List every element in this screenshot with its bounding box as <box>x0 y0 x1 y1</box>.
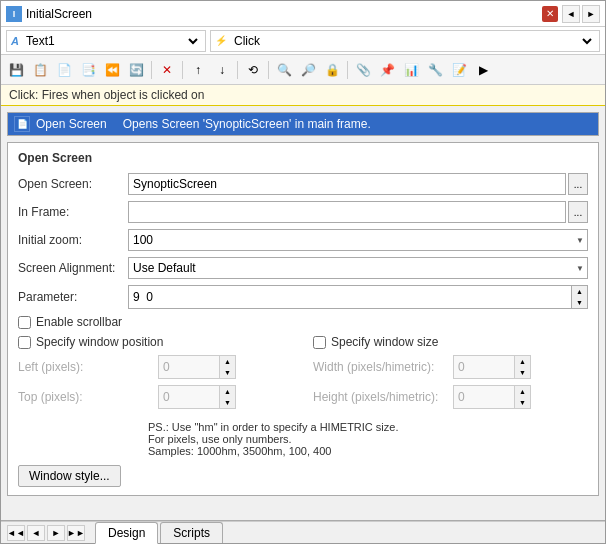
specify-window-pos-row: Specify window position <box>18 335 293 349</box>
two-col-checkboxes: Specify window position Left (pixels): ▲… <box>18 335 588 415</box>
tb-chart-btn[interactable]: 📊 <box>400 59 422 81</box>
height-row: Height (pixels/himetric): ▲ ▼ <box>313 385 588 409</box>
tb-pin-btn[interactable]: 📌 <box>376 59 398 81</box>
nav-right-button[interactable]: ► <box>582 5 600 23</box>
prev-btn[interactable]: ◄ <box>27 525 45 541</box>
last-btn[interactable]: ►► <box>67 525 85 541</box>
dropdowns-row: A Text1 ⚡ Click <box>1 27 605 55</box>
action-item-description: Opens Screen 'SynopticScreen' in main fr… <box>123 117 371 131</box>
tb-copy-btn[interactable]: 📋 <box>29 59 51 81</box>
first-btn[interactable]: ◄◄ <box>7 525 25 541</box>
screen-alignment-select-wrapper: Use Default Top Left Top Center Center <box>128 257 588 279</box>
next-btn[interactable]: ► <box>47 525 65 541</box>
left-pixels-input <box>159 356 219 378</box>
nav-left-button[interactable]: ◄ <box>562 5 580 23</box>
specify-window-pos-label: Specify window position <box>36 335 163 349</box>
tb-link-btn[interactable]: 📎 <box>352 59 374 81</box>
left-pixels-spin: ▲ ▼ <box>219 356 235 378</box>
in-frame-browse-btn[interactable]: ... <box>568 201 588 223</box>
toolbar-separator-5 <box>347 61 348 79</box>
top-pixels-label: Top (pixels): <box>18 390 158 404</box>
tb-down-btn[interactable]: ↓ <box>211 59 233 81</box>
in-frame-label: In Frame: <box>18 205 128 219</box>
tb-edit-btn[interactable]: 📝 <box>448 59 470 81</box>
width-label: Width (pixels/himetric): <box>313 360 453 374</box>
object-icon: A <box>11 35 19 47</box>
enable-scrollbar-checkbox[interactable] <box>18 316 31 329</box>
toolbar-separator-4 <box>268 61 269 79</box>
screen-alignment-label: Screen Alignment: <box>18 261 128 275</box>
enable-scrollbar-row: Enable scrollbar <box>18 315 588 329</box>
initial-zoom-row: Initial zoom: 100 75 50 150 200 <box>18 229 588 251</box>
in-frame-row: In Frame: ... <box>18 201 588 223</box>
status-bar: Click: Fires when object is clicked on <box>1 85 605 106</box>
toolbar: 💾 📋 📄 📑 ⏪ 🔄 ✕ ↑ ↓ ⟲ 🔍 🔎 🔒 📎 📌 📊 🔧 📝 ▶ <box>1 55 605 85</box>
parameter-spin: ▲ ▼ <box>571 286 587 308</box>
width-spin: ▲ ▼ <box>514 356 530 378</box>
top-pixels-down: ▼ <box>220 397 235 408</box>
top-pixels-input <box>159 386 219 408</box>
tb-back-btn[interactable]: ⏪ <box>101 59 123 81</box>
open-screen-input[interactable] <box>128 173 566 195</box>
height-down: ▼ <box>515 397 530 408</box>
main-content: 📄 Open Screen Opens Screen 'SynopticScre… <box>1 106 605 520</box>
tb-up-btn[interactable]: ↑ <box>187 59 209 81</box>
tab-scripts[interactable]: Scripts <box>160 522 223 543</box>
screen-alignment-select[interactable]: Use Default Top Left Top Center Center <box>128 257 588 279</box>
parameter-spin-up[interactable]: ▲ <box>572 286 587 297</box>
tb-zoom-btn[interactable]: 🔎 <box>297 59 319 81</box>
left-pixels-down: ▼ <box>220 367 235 378</box>
main-window: I InitialScreen ✕ ◄ ► A Text1 ⚡ Click 💾 … <box>0 0 606 544</box>
window-style-area: Window style... <box>18 465 588 487</box>
top-pixels-spin: ▲ ▼ <box>219 386 235 408</box>
initial-zoom-label: Initial zoom: <box>18 233 128 247</box>
width-input <box>454 356 514 378</box>
toolbar-separator-3 <box>237 61 238 79</box>
parameter-input[interactable] <box>129 286 571 308</box>
open-screen-control: ... <box>128 173 588 195</box>
initial-zoom-select[interactable]: 100 75 50 150 200 <box>128 229 588 251</box>
object-dropdown[interactable]: Text1 <box>22 33 201 49</box>
in-frame-input[interactable] <box>128 201 566 223</box>
tb-delete-btn[interactable]: ✕ <box>156 59 178 81</box>
event-dropdown[interactable]: Click <box>230 33 595 49</box>
specify-window-size-row: Specify window size <box>313 335 588 349</box>
top-pixels-wrap: ▲ ▼ <box>158 385 236 409</box>
left-pixels-row: Left (pixels): ▲ ▼ <box>18 355 293 379</box>
tb-run-btn[interactable]: ▶ <box>472 59 494 81</box>
event-icon: ⚡ <box>215 35 227 46</box>
left-pixels-wrap: ▲ ▼ <box>158 355 236 379</box>
height-spin: ▲ ▼ <box>514 386 530 408</box>
height-label: Height (pixels/himetric): <box>313 390 453 404</box>
tabs-and-nav: ◄◄ ◄ ► ►► Design Scripts <box>1 521 605 543</box>
specify-window-pos-checkbox[interactable] <box>18 336 31 349</box>
close-button[interactable]: ✕ <box>542 6 558 22</box>
initial-zoom-select-wrapper: 100 75 50 150 200 <box>128 229 588 251</box>
note-line1: PS.: Use "hm" in order to specify a HIME… <box>148 421 588 433</box>
height-input <box>454 386 514 408</box>
window-title: InitialScreen <box>26 7 538 21</box>
section-box: Open Screen Open Screen: ... In Frame: .… <box>7 142 599 496</box>
title-bar: I InitialScreen ✕ ◄ ► <box>1 1 605 27</box>
tb-save-btn[interactable]: 💾 <box>5 59 27 81</box>
parameter-spin-down[interactable]: ▼ <box>572 297 587 308</box>
tb-new-btn[interactable]: 📄 <box>53 59 75 81</box>
tb-refresh-btn[interactable]: 🔄 <box>125 59 147 81</box>
window-style-button[interactable]: Window style... <box>18 465 121 487</box>
open-screen-browse-btn[interactable]: ... <box>568 173 588 195</box>
tb-rotate-btn[interactable]: ⟲ <box>242 59 264 81</box>
window-icon: I <box>6 6 22 22</box>
tb-settings-btn[interactable]: 🔧 <box>424 59 446 81</box>
note-area: PS.: Use "hm" in order to specify a HIME… <box>148 421 588 457</box>
action-list: 📄 Open Screen Opens Screen 'SynopticScre… <box>7 112 599 136</box>
tb-search-btn[interactable]: 🔍 <box>273 59 295 81</box>
toolbar-separator-1 <box>151 61 152 79</box>
action-item-open-screen[interactable]: 📄 Open Screen Opens Screen 'SynopticScre… <box>8 113 598 135</box>
in-frame-control: ... <box>128 201 588 223</box>
tab-design[interactable]: Design <box>95 522 158 544</box>
specify-window-size-checkbox[interactable] <box>313 336 326 349</box>
tb-open-btn[interactable]: 📑 <box>77 59 99 81</box>
tb-lock-btn[interactable]: 🔒 <box>321 59 343 81</box>
width-up: ▲ <box>515 356 530 367</box>
initial-zoom-control: 100 75 50 150 200 <box>128 229 588 251</box>
